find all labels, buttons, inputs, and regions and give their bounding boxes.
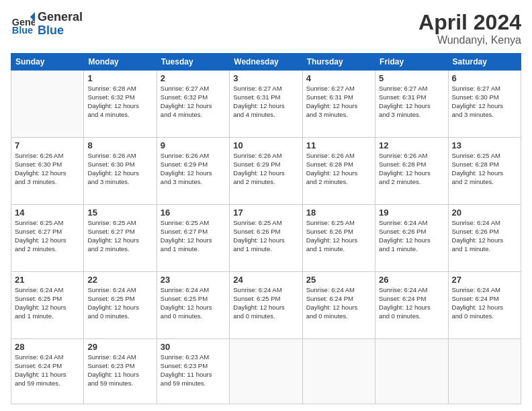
- calendar-week-row: 7Sunrise: 6:26 AM Sunset: 6:30 PM Daylig…: [11, 138, 521, 205]
- calendar-cell: 28Sunrise: 6:24 AM Sunset: 6:24 PM Dayli…: [11, 339, 84, 404]
- day-info: Sunrise: 6:25 AM Sunset: 6:26 PM Dayligh…: [233, 219, 298, 253]
- calendar-cell: 4Sunrise: 6:27 AM Sunset: 6:31 PM Daylig…: [302, 71, 375, 138]
- day-info: Sunrise: 6:26 AM Sunset: 6:29 PM Dayligh…: [161, 152, 226, 186]
- logo-blue-text: Blue: [38, 24, 83, 38]
- weekday-header-tuesday: Tuesday: [157, 54, 229, 71]
- calendar-cell: 27Sunrise: 6:24 AM Sunset: 6:24 PM Dayli…: [448, 272, 521, 339]
- calendar-cell: 26Sunrise: 6:24 AM Sunset: 6:24 PM Dayli…: [375, 272, 448, 339]
- day-info: Sunrise: 6:27 AM Sunset: 6:32 PM Dayligh…: [161, 85, 226, 119]
- day-number: 6: [452, 73, 517, 83]
- day-info: Sunrise: 6:25 AM Sunset: 6:26 PM Dayligh…: [306, 219, 371, 253]
- day-info: Sunrise: 6:24 AM Sunset: 6:25 PM Dayligh…: [15, 286, 80, 320]
- calendar-cell: [11, 71, 84, 138]
- day-number: 26: [379, 275, 444, 285]
- calendar-table: SundayMondayTuesdayWednesdayThursdayFrid…: [11, 53, 521, 404]
- day-number: 5: [379, 73, 444, 83]
- calendar-week-row: 21Sunrise: 6:24 AM Sunset: 6:25 PM Dayli…: [11, 272, 521, 339]
- day-info: Sunrise: 6:24 AM Sunset: 6:24 PM Dayligh…: [15, 353, 80, 387]
- day-info: Sunrise: 6:26 AM Sunset: 6:29 PM Dayligh…: [233, 152, 298, 186]
- day-number: 11: [306, 140, 371, 150]
- calendar-cell: 10Sunrise: 6:26 AM Sunset: 6:29 PM Dayli…: [230, 138, 302, 205]
- calendar-cell: 5Sunrise: 6:27 AM Sunset: 6:31 PM Daylig…: [375, 71, 448, 138]
- logo-icon: General Blue: [11, 12, 35, 36]
- day-info: Sunrise: 6:27 AM Sunset: 6:31 PM Dayligh…: [306, 85, 371, 119]
- day-number: 16: [161, 208, 226, 218]
- day-info: Sunrise: 6:24 AM Sunset: 6:24 PM Dayligh…: [306, 286, 371, 320]
- weekday-header-thursday: Thursday: [302, 54, 375, 71]
- day-number: 25: [306, 275, 371, 285]
- day-info: Sunrise: 6:27 AM Sunset: 6:31 PM Dayligh…: [379, 85, 444, 119]
- day-number: 10: [233, 140, 298, 150]
- day-number: 8: [87, 140, 152, 150]
- calendar-cell: 2Sunrise: 6:27 AM Sunset: 6:32 PM Daylig…: [157, 71, 229, 138]
- day-number: 7: [15, 140, 80, 150]
- day-number: 13: [452, 140, 517, 150]
- calendar-cell: 21Sunrise: 6:24 AM Sunset: 6:25 PM Dayli…: [11, 272, 84, 339]
- calendar-cell: 11Sunrise: 6:26 AM Sunset: 6:28 PM Dayli…: [302, 138, 375, 205]
- calendar-cell: [448, 339, 521, 404]
- day-info: Sunrise: 6:25 AM Sunset: 6:27 PM Dayligh…: [15, 219, 80, 253]
- day-number: 12: [379, 140, 444, 150]
- day-info: Sunrise: 6:25 AM Sunset: 6:28 PM Dayligh…: [452, 152, 517, 186]
- day-info: Sunrise: 6:24 AM Sunset: 6:26 PM Dayligh…: [452, 219, 517, 253]
- weekday-header-monday: Monday: [84, 54, 157, 71]
- header: General Blue General Blue April 2024 Wun…: [11, 11, 521, 46]
- day-number: 20: [452, 208, 517, 218]
- day-info: Sunrise: 6:25 AM Sunset: 6:27 PM Dayligh…: [161, 219, 226, 253]
- day-info: Sunrise: 6:26 AM Sunset: 6:28 PM Dayligh…: [379, 152, 444, 186]
- day-number: 18: [306, 208, 371, 218]
- calendar-cell: 18Sunrise: 6:25 AM Sunset: 6:26 PM Dayli…: [302, 205, 375, 272]
- day-number: 22: [87, 275, 152, 285]
- day-info: Sunrise: 6:24 AM Sunset: 6:25 PM Dayligh…: [233, 286, 298, 320]
- weekday-header-sunday: Sunday: [11, 54, 84, 71]
- day-info: Sunrise: 6:24 AM Sunset: 6:26 PM Dayligh…: [379, 219, 444, 253]
- day-info: Sunrise: 6:27 AM Sunset: 6:31 PM Dayligh…: [233, 85, 298, 119]
- title-section: April 2024 Wundanyi, Kenya: [418, 11, 521, 46]
- day-info: Sunrise: 6:26 AM Sunset: 6:30 PM Dayligh…: [15, 152, 80, 186]
- logo-text: General Blue: [38, 11, 83, 38]
- calendar-cell: [302, 339, 375, 404]
- day-number: 15: [87, 208, 152, 218]
- day-number: 2: [161, 73, 226, 83]
- calendar-cell: 8Sunrise: 6:26 AM Sunset: 6:30 PM Daylig…: [84, 138, 157, 205]
- day-info: Sunrise: 6:23 AM Sunset: 6:23 PM Dayligh…: [161, 353, 226, 387]
- calendar-cell: 30Sunrise: 6:23 AM Sunset: 6:23 PM Dayli…: [157, 339, 229, 404]
- day-number: 4: [306, 73, 371, 83]
- day-number: 3: [233, 73, 298, 83]
- calendar-cell: 24Sunrise: 6:24 AM Sunset: 6:25 PM Dayli…: [230, 272, 302, 339]
- day-number: 28: [15, 342, 80, 352]
- calendar-cell: 9Sunrise: 6:26 AM Sunset: 6:29 PM Daylig…: [157, 138, 229, 205]
- day-number: 21: [15, 275, 80, 285]
- weekday-header-friday: Friday: [375, 54, 448, 71]
- calendar-week-row: 1Sunrise: 6:28 AM Sunset: 6:32 PM Daylig…: [11, 71, 521, 138]
- day-number: 24: [233, 275, 298, 285]
- day-number: 14: [15, 208, 80, 218]
- calendar-cell: 22Sunrise: 6:24 AM Sunset: 6:25 PM Dayli…: [84, 272, 157, 339]
- day-number: 27: [452, 275, 517, 285]
- svg-text:Blue: Blue: [12, 25, 33, 36]
- day-number: 1: [87, 73, 152, 83]
- day-number: 17: [233, 208, 298, 218]
- calendar-cell: 7Sunrise: 6:26 AM Sunset: 6:30 PM Daylig…: [11, 138, 84, 205]
- calendar-cell: 13Sunrise: 6:25 AM Sunset: 6:28 PM Dayli…: [448, 138, 521, 205]
- calendar-cell: 17Sunrise: 6:25 AM Sunset: 6:26 PM Dayli…: [230, 205, 302, 272]
- calendar-cell: 14Sunrise: 6:25 AM Sunset: 6:27 PM Dayli…: [11, 205, 84, 272]
- logo-general-text: General: [38, 11, 83, 24]
- calendar-cell: 20Sunrise: 6:24 AM Sunset: 6:26 PM Dayli…: [448, 205, 521, 272]
- calendar-cell: 16Sunrise: 6:25 AM Sunset: 6:27 PM Dayli…: [157, 205, 229, 272]
- location-title: Wundanyi, Kenya: [418, 34, 521, 46]
- calendar-cell: 23Sunrise: 6:24 AM Sunset: 6:25 PM Dayli…: [157, 272, 229, 339]
- calendar-week-row: 14Sunrise: 6:25 AM Sunset: 6:27 PM Dayli…: [11, 205, 521, 272]
- calendar-cell: [230, 339, 302, 404]
- day-info: Sunrise: 6:28 AM Sunset: 6:32 PM Dayligh…: [87, 85, 152, 119]
- calendar-cell: 15Sunrise: 6:25 AM Sunset: 6:27 PM Dayli…: [84, 205, 157, 272]
- weekday-header-wednesday: Wednesday: [230, 54, 302, 71]
- calendar-cell: [375, 339, 448, 404]
- calendar-cell: 3Sunrise: 6:27 AM Sunset: 6:31 PM Daylig…: [230, 71, 302, 138]
- day-info: Sunrise: 6:24 AM Sunset: 6:24 PM Dayligh…: [452, 286, 517, 320]
- day-number: 30: [161, 342, 226, 352]
- month-title: April 2024: [418, 11, 521, 34]
- calendar-week-row: 28Sunrise: 6:24 AM Sunset: 6:24 PM Dayli…: [11, 339, 521, 404]
- day-number: 29: [87, 342, 152, 352]
- day-info: Sunrise: 6:24 AM Sunset: 6:23 PM Dayligh…: [87, 353, 152, 387]
